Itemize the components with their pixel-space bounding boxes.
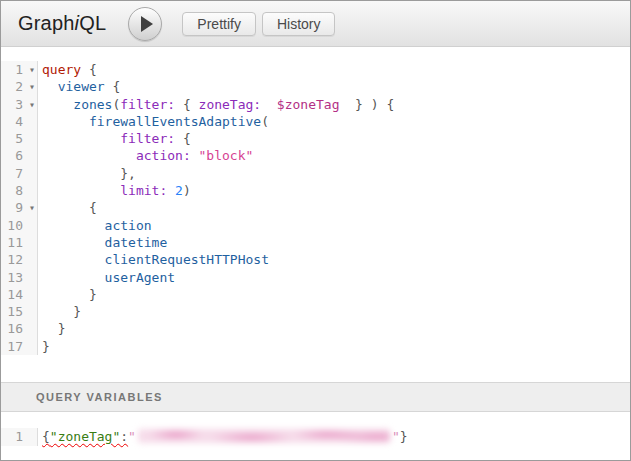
token-strdim: " xyxy=(392,429,400,444)
fold-arrow-icon[interactable]: ▾ xyxy=(26,96,38,113)
token-punct: } xyxy=(42,287,97,302)
line-number: 7 xyxy=(1,165,26,182)
graphiql-app: GraphiQL Prettify History 1▾query {2▾ vi… xyxy=(0,0,631,461)
redacted-value xyxy=(138,429,390,443)
code-text[interactable]: }, xyxy=(38,165,630,182)
app-title-graph: Graph xyxy=(18,12,75,34)
code-line[interactable]: 8 limit: 2) xyxy=(1,182,630,199)
line-number: 5 xyxy=(1,130,26,147)
history-button[interactable]: History xyxy=(262,12,336,36)
token-prop: userAgent xyxy=(42,270,175,285)
code-text[interactable]: } xyxy=(38,338,630,355)
code-line[interactable]: 5 filter: { xyxy=(1,130,630,147)
code-line[interactable]: 12 clientRequestHTTPHost xyxy=(1,251,630,268)
code-text[interactable]: {"zoneTag":""} xyxy=(38,428,630,446)
fold-gutter xyxy=(26,320,38,337)
code-text[interactable]: query { xyxy=(38,61,630,78)
fold-arrow-icon[interactable]: ▾ xyxy=(26,61,38,78)
line-number: 13 xyxy=(1,269,26,286)
query-editor[interactable]: 1▾query {2▾ viewer {3▾ zones(filter: { z… xyxy=(1,47,630,382)
fold-gutter xyxy=(26,234,38,251)
gutter: 7 xyxy=(1,165,38,182)
gutter: 9▾ xyxy=(1,199,38,216)
token-punct: }, xyxy=(42,166,136,181)
fold-gutter: ▾ xyxy=(26,199,38,216)
code-line[interactable]: 1{"zoneTag":""} xyxy=(1,428,630,446)
token-attr: limit: xyxy=(42,183,167,198)
token-var: $zoneTag xyxy=(261,97,339,112)
variables-editor[interactable]: 1{"zoneTag":""} xyxy=(1,412,630,460)
token-punct: } xyxy=(42,339,50,354)
line-number: 3 xyxy=(1,96,26,113)
code-line[interactable]: 2▾ viewer { xyxy=(1,78,630,95)
gutter: 13 xyxy=(1,269,38,286)
code-line[interactable]: 4 firewallEventsAdaptive( xyxy=(1,113,630,130)
fold-gutter xyxy=(26,182,38,199)
line-number: 12 xyxy=(1,251,26,268)
code-text[interactable]: datetime xyxy=(38,234,630,251)
code-text[interactable]: firewallEventsAdaptive( xyxy=(38,113,630,130)
code-line[interactable]: 7 }, xyxy=(1,165,630,182)
fold-arrow-icon[interactable]: ▾ xyxy=(26,78,38,95)
token-punct: { xyxy=(175,97,198,112)
gutter: 4 xyxy=(1,113,38,130)
gutter: 16 xyxy=(1,320,38,337)
query-variables-title: QUERY VARIABLES xyxy=(36,391,163,403)
code-text[interactable]: } xyxy=(38,320,630,337)
code-text[interactable]: action xyxy=(38,217,630,234)
code-line[interactable]: 13 userAgent xyxy=(1,269,630,286)
token-num: 2 xyxy=(167,183,183,198)
line-number: 10 xyxy=(1,217,26,234)
toolbar: GraphiQL Prettify History xyxy=(1,1,630,47)
gutter: 2▾ xyxy=(1,78,38,95)
fold-gutter xyxy=(26,251,38,268)
code-text[interactable]: viewer { xyxy=(38,78,630,95)
code-text[interactable]: } xyxy=(38,303,630,320)
token-punct: { xyxy=(105,79,121,94)
execute-button[interactable] xyxy=(128,7,162,41)
gutter: 11 xyxy=(1,234,38,251)
fold-arrow-icon[interactable]: ▾ xyxy=(26,199,38,216)
token-varkey: "zoneTag" xyxy=(50,429,120,444)
token-attr: zoneTag: xyxy=(199,97,262,112)
token-prop: firewallEventsAdaptive xyxy=(42,114,261,129)
fold-gutter xyxy=(26,113,38,130)
token-attr: filter: xyxy=(42,131,175,146)
fold-gutter xyxy=(26,428,38,446)
code-line[interactable]: 9▾ { xyxy=(1,199,630,216)
code-line[interactable]: 10 action xyxy=(1,217,630,234)
token-punct: ) xyxy=(183,183,191,198)
code-line[interactable]: 11 datetime xyxy=(1,234,630,251)
code-line[interactable]: 16 } xyxy=(1,320,630,337)
code-text[interactable]: action: "block" xyxy=(38,147,630,164)
fold-gutter xyxy=(26,147,38,164)
code-text[interactable]: clientRequestHTTPHost xyxy=(38,251,630,268)
code-line[interactable]: 15 } xyxy=(1,303,630,320)
line-number: 15 xyxy=(1,303,26,320)
token-attr: action: xyxy=(42,148,191,163)
code-line[interactable]: 1▾query { xyxy=(1,61,630,78)
code-text[interactable]: limit: 2) xyxy=(38,182,630,199)
code-text[interactable]: zones(filter: { zoneTag: $zoneTag } ) { xyxy=(38,96,630,113)
code-line[interactable]: 14 } xyxy=(1,286,630,303)
code-text[interactable]: filter: { xyxy=(38,130,630,147)
line-number: 4 xyxy=(1,113,26,130)
token-attr: filter: xyxy=(120,97,175,112)
code-line[interactable]: 3▾ zones(filter: { zoneTag: $zoneTag } )… xyxy=(1,96,630,113)
code-text[interactable]: userAgent xyxy=(38,269,630,286)
code-line[interactable]: 17} xyxy=(1,338,630,355)
line-number: 2 xyxy=(1,78,26,95)
gutter: 12 xyxy=(1,251,38,268)
line-number: 14 xyxy=(1,286,26,303)
code-text[interactable]: } xyxy=(38,286,630,303)
fold-gutter xyxy=(26,338,38,355)
line-number: 9 xyxy=(1,199,26,216)
token-str: "block" xyxy=(191,148,254,163)
gutter: 15 xyxy=(1,303,38,320)
code-line[interactable]: 6 action: "block" xyxy=(1,147,630,164)
query-variables-header[interactable]: QUERY VARIABLES xyxy=(1,382,630,412)
token-kw: query xyxy=(42,62,81,77)
prettify-button[interactable]: Prettify xyxy=(182,12,256,36)
code-text[interactable]: { xyxy=(38,199,630,216)
token-prop: datetime xyxy=(42,235,167,250)
